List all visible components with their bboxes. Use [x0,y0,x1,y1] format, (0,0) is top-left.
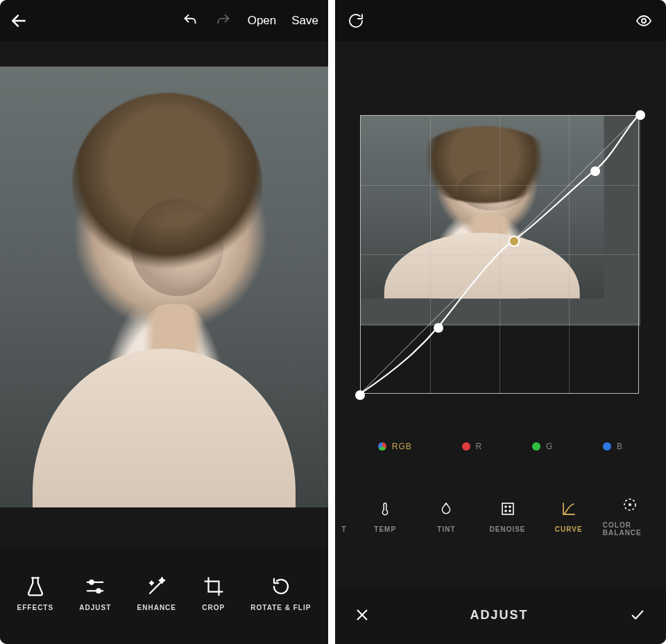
adjust-label: T [342,525,347,533]
tool-rotate-flip[interactable]: ROTATE & FLIP [250,576,311,611]
header: Open Save [0,0,328,42]
rgb-dot-icon [378,442,386,451]
tool-crop[interactable]: CROP [202,576,225,611]
svg-point-7 [642,19,646,23]
thermometer-icon [377,501,393,517]
adjust-tool-tint[interactable]: TINT [419,501,473,533]
adjust-tool-denoise[interactable]: DENOISE [481,501,535,533]
rotate-icon [271,576,291,597]
channel-label: RGB [392,442,412,451]
channel-selector: RGB R G B [335,433,666,460]
svg-point-11 [509,506,511,507]
channel-rgb[interactable]: RGB [378,442,412,451]
adjust-label: DENOISE [490,525,526,533]
confirm-button[interactable] [629,607,647,623]
curve-icon [561,501,577,517]
drop-icon [438,501,454,517]
channel-label: B [617,442,623,451]
curve-point-selected[interactable] [509,236,520,247]
svg-point-10 [505,506,506,507]
channel-g[interactable]: G [532,442,553,451]
tool-adjust[interactable]: ADJUST [79,576,111,611]
svg-point-5 [97,589,101,593]
tool-enhance[interactable]: ENHANCE [137,576,176,611]
tool-label: ENHANCE [137,604,176,611]
rotate-clockwise-icon[interactable] [348,12,364,29]
back-arrow-icon[interactable] [10,12,28,30]
svg-point-3 [90,580,94,584]
footer: ADJUST [335,586,666,644]
adjust-label: TEMP [374,525,396,533]
preview-eye-icon[interactable] [634,12,654,29]
open-button[interactable]: Open [248,14,277,28]
save-button[interactable]: Save [291,14,318,28]
tool-label: CROP [202,604,225,611]
tool-label: ROTATE & FLIP [250,604,311,611]
svg-rect-9 [502,503,513,514]
undo-icon[interactable] [181,14,199,28]
screen-curve-adjust: RGB R G B T TE [335,0,666,644]
crop-icon [203,576,224,597]
flask-icon [25,576,46,597]
curve-grid [360,115,639,394]
screen-main-editor: Open Save EFFECTS ADJUST [0,0,328,644]
tool-label: ADJUST [79,604,111,611]
channel-r[interactable]: R [462,442,483,451]
adjust-label: CURVE [555,525,583,533]
header [335,0,666,42]
curve-point[interactable] [434,323,443,333]
svg-point-12 [505,510,506,512]
color-balance-icon [622,496,638,513]
adjust-tool-temp[interactable]: TEMP [358,501,412,533]
curve-editor[interactable] [360,115,640,395]
green-dot-icon [532,442,540,451]
svg-point-13 [509,510,511,512]
tool-label: EFFECTS [17,604,54,611]
curve-point[interactable] [590,166,600,176]
adjust-tool-color-balance[interactable]: COLOR BALANCE [603,496,657,537]
magic-wand-icon [146,576,167,597]
photo-canvas[interactable] [0,67,328,507]
channel-b[interactable]: B [603,442,623,451]
toolbar: EFFECTS ADJUST ENHANCE CROP [0,548,328,644]
adjust-label: COLOR BALANCE [603,521,657,537]
svg-point-15 [629,503,631,506]
redo-icon[interactable] [214,14,232,28]
curve-point[interactable] [635,110,645,120]
channel-label: R [476,442,483,451]
adjust-tool-strip: T TEMP TINT DENOISE [335,485,666,548]
adjust-label: TINT [437,525,455,533]
cancel-button[interactable] [355,607,370,623]
portrait-photo [0,67,328,507]
footer-title: ADJUST [470,608,528,623]
tool-effects[interactable]: EFFECTS [17,576,54,611]
curve-point[interactable] [355,390,365,400]
adjust-tool-curve[interactable]: CURVE [542,501,596,533]
sliders-icon [84,576,106,597]
denoise-icon [500,501,516,517]
red-dot-icon [462,442,470,451]
channel-label: G [546,442,553,451]
adjust-tool-partial[interactable]: T [337,501,351,533]
blue-dot-icon [603,442,611,451]
